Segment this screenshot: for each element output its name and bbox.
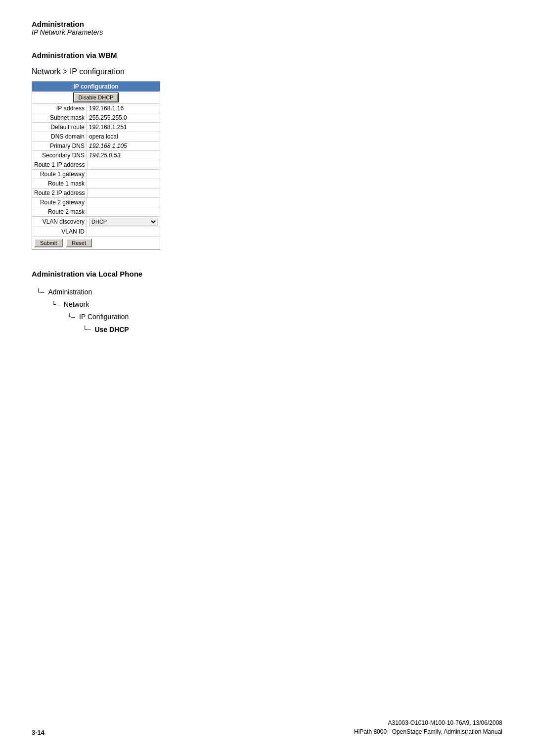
reset-button[interactable]: Reset xyxy=(66,238,92,247)
route2-ip-label: Route 2 IP address xyxy=(32,189,87,197)
tree-label-ip-config: IP Configuration xyxy=(79,311,129,323)
tree-item-network: └— Network xyxy=(37,298,502,311)
tree-item-ip-config: └— IP Configuration xyxy=(37,311,502,323)
default-route-row: Default route 192.168.1.251 xyxy=(32,123,160,132)
route1-mask-row: Route 1 mask xyxy=(32,179,160,189)
footer-doc-title: HiPath 8000 - OpenStage Family, Administ… xyxy=(354,727,502,736)
default-route-label: Default route xyxy=(32,123,87,132)
route1-mask-value[interactable] xyxy=(87,179,160,188)
primary-dns-value: 192.168.1.105 xyxy=(87,142,160,150)
route1-gw-label: Route 1 gateway xyxy=(32,170,87,179)
page-title: Administration xyxy=(32,20,502,28)
tree-prefix-0: └— xyxy=(37,286,48,298)
submit-button[interactable]: Submit xyxy=(34,238,63,247)
vlan-id-value[interactable] xyxy=(87,227,160,236)
tree-prefix-3: └— xyxy=(37,324,94,335)
secondary-dns-value: 194.25.0.53 xyxy=(87,151,160,160)
route1-gw-value[interactable] xyxy=(87,170,160,179)
footer-page-number: 3-14 xyxy=(32,729,44,736)
ip-config-panel: IP configuration Disable DHCP IP address… xyxy=(32,81,160,250)
footer-right: A31003-O1010-M100-10-76A9, 13/06/2008 Hi… xyxy=(354,718,502,736)
tree-label-use-dhcp: Use DHCP xyxy=(94,324,129,336)
ip-config-header: IP configuration xyxy=(32,82,160,92)
tree-item-use-dhcp: └— Use DHCP xyxy=(37,324,502,336)
default-route-value: 192.168.1.251 xyxy=(87,123,160,132)
route1-ip-value[interactable] xyxy=(87,160,160,169)
tree-label-network: Network xyxy=(64,298,89,311)
tree-prefix-2: └— xyxy=(37,311,79,323)
vlan-discovery-row: VLAN discovery DHCP xyxy=(32,217,160,227)
vlan-id-label: VLAN ID xyxy=(32,227,87,236)
secondary-dns-row: Secondary DNS 194.25.0.53 xyxy=(32,151,160,160)
nav-path: Network > IP configuration xyxy=(32,67,502,76)
route2-mask-row: Route 2 mask xyxy=(32,207,160,217)
route2-ip-value[interactable] xyxy=(87,189,160,197)
secondary-dns-label: Secondary DNS xyxy=(32,151,87,160)
dns-domain-value: opera.local xyxy=(87,132,160,141)
wbm-section: Administration via WBM Network > IP conf… xyxy=(32,51,502,250)
route2-gw-label: Route 2 gateway xyxy=(32,198,87,207)
subnet-mask-value: 255.255.255.0 xyxy=(87,113,160,122)
form-button-row: Submit Reset xyxy=(32,236,160,249)
ip-address-label: IP address xyxy=(32,104,87,113)
subnet-mask-label: Subnet mask xyxy=(32,113,87,122)
subnet-mask-row: Subnet mask 255.255.255.0 xyxy=(32,113,160,123)
tree-prefix-1: └— xyxy=(37,299,64,310)
vlan-id-row: VLAN ID xyxy=(32,227,160,236)
disable-dhcp-row: Disable DHCP xyxy=(32,92,160,104)
vlan-discovery-label: VLAN discovery xyxy=(32,217,87,226)
primary-dns-row: Primary DNS 192.168.1.105 xyxy=(32,142,160,151)
local-phone-section: Administration via Local Phone └— Admini… xyxy=(32,270,502,336)
route1-ip-label: Route 1 IP address xyxy=(32,160,87,169)
dns-domain-row: DNS domain opera.local xyxy=(32,132,160,142)
primary-dns-label: Primary DNS xyxy=(32,142,87,150)
route2-gw-row: Route 2 gateway xyxy=(32,198,160,207)
page-subtitle: IP Network Parameters xyxy=(32,28,502,36)
route1-mask-label: Route 1 mask xyxy=(32,179,87,188)
route2-mask-value[interactable] xyxy=(87,207,160,216)
tree-item-administration: └— Administration xyxy=(37,286,502,298)
route2-mask-label: Route 2 mask xyxy=(32,207,87,216)
footer-doc-ref: A31003-O1010-M100-10-76A9, 13/06/2008 xyxy=(354,718,502,727)
ip-address-value: 192.168.1.16 xyxy=(87,104,160,113)
route1-ip-row: Route 1 IP address xyxy=(32,160,160,170)
page-header: Administration IP Network Parameters xyxy=(32,20,502,36)
tree-label-administration: Administration xyxy=(48,286,92,298)
tree-container: └— Administration └— Network └— IP Confi… xyxy=(37,286,502,336)
route2-ip-row: Route 2 IP address xyxy=(32,189,160,198)
dns-domain-label: DNS domain xyxy=(32,132,87,141)
route1-gw-row: Route 1 gateway xyxy=(32,170,160,179)
local-phone-section-title: Administration via Local Phone xyxy=(32,270,502,278)
route2-gw-value[interactable] xyxy=(87,198,160,207)
page-footer: 3-14 A31003-O1010-M100-10-76A9, 13/06/20… xyxy=(32,718,502,736)
vlan-discovery-select[interactable]: DHCP xyxy=(89,218,158,226)
vlan-discovery-value[interactable]: DHCP xyxy=(87,217,160,227)
ip-address-row: IP address 192.168.1.16 xyxy=(32,104,160,113)
disable-dhcp-button[interactable]: Disable DHCP xyxy=(74,93,119,102)
wbm-section-title: Administration via WBM xyxy=(32,51,502,59)
